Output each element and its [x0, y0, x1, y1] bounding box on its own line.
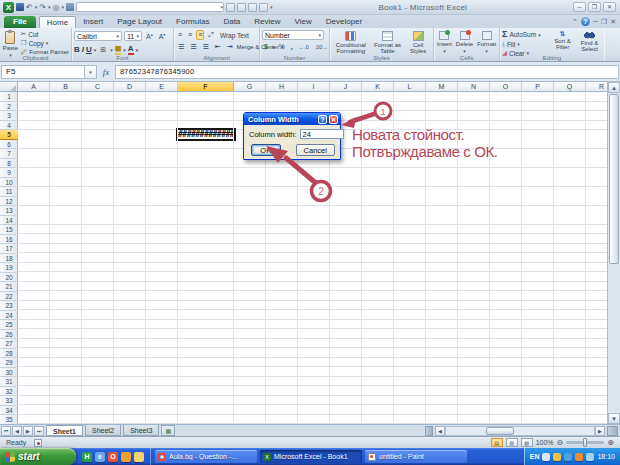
- sheet-tab-sheet3[interactable]: Sheet3: [123, 425, 159, 436]
- row-header-24[interactable]: 24: [0, 311, 18, 321]
- underline-dropdown-icon[interactable]: ▾: [94, 47, 97, 53]
- close-icon[interactable]: ✕: [603, 2, 616, 12]
- zoom-slider[interactable]: [566, 441, 604, 444]
- row-header-11[interactable]: 11: [0, 187, 18, 197]
- taskbar-window-aula-bg-question-[interactable]: Aula.bg - Question -...: [155, 450, 257, 463]
- tab-review[interactable]: Review: [247, 16, 287, 28]
- book-close-icon[interactable]: ✕: [610, 17, 616, 26]
- horizontal-scrollbar[interactable]: ◀ ▶: [423, 425, 620, 437]
- qat-document-icon[interactable]: [66, 3, 74, 11]
- media-icon[interactable]: [121, 452, 131, 462]
- comma-button[interactable]: ,: [289, 42, 295, 52]
- align-bottom-button[interactable]: ≡: [196, 30, 204, 40]
- format-cells-button[interactable]: Format ▾: [477, 30, 496, 54]
- insert-function-icon[interactable]: fx: [97, 67, 115, 77]
- borders-dropdown-icon[interactable]: ▾: [110, 47, 113, 53]
- undo-dropdown-icon[interactable]: ▾: [35, 4, 38, 10]
- column-header-A[interactable]: A: [18, 82, 50, 92]
- minimize-icon[interactable]: ─: [573, 2, 586, 12]
- align-middle-button[interactable]: ≡: [186, 30, 194, 40]
- row-header-4[interactable]: 4: [0, 121, 18, 131]
- book-minimize-icon[interactable]: ─: [593, 17, 598, 26]
- vertical-scroll-thumb[interactable]: [609, 94, 619, 264]
- selected-cell-F5[interactable]: ##############: [176, 128, 236, 141]
- number-format-combo[interactable]: Number▾: [262, 30, 324, 40]
- browser-icon[interactable]: O: [108, 452, 118, 462]
- align-left-button[interactable]: ☰: [176, 42, 186, 52]
- row-header-27[interactable]: 27: [0, 339, 18, 349]
- tab-home[interactable]: Home: [39, 16, 76, 28]
- fill-button[interactable]: ⤓Fill▾: [502, 40, 548, 48]
- insert-cells-button[interactable]: Insert ▾: [437, 30, 452, 54]
- tab-insert[interactable]: Insert: [76, 16, 110, 28]
- accounting-format-button[interactable]: $: [262, 42, 270, 52]
- row-header-15[interactable]: 15: [0, 225, 18, 235]
- last-sheet-icon[interactable]: ⏭: [34, 426, 44, 436]
- decrease-decimal-button[interactable]: .00→: [313, 42, 330, 52]
- row-header-22[interactable]: 22: [0, 292, 18, 302]
- align-right-button[interactable]: ☰: [201, 42, 211, 52]
- column-header-E[interactable]: E: [146, 82, 178, 92]
- italic-button[interactable]: I: [82, 45, 84, 54]
- scroll-down-icon[interactable]: ▼: [608, 413, 620, 424]
- decrease-indent-button[interactable]: ⇤: [213, 42, 223, 52]
- macro-record-icon[interactable]: [34, 439, 42, 447]
- underline-button[interactable]: U: [86, 45, 92, 54]
- column-header-F[interactable]: F: [178, 82, 234, 92]
- scroll-left-icon[interactable]: ◀: [435, 426, 445, 436]
- ok-button[interactable]: OK: [251, 144, 281, 156]
- column-header-G[interactable]: G: [234, 82, 266, 92]
- folder-icon[interactable]: [134, 452, 144, 462]
- start-button[interactable]: start: [0, 448, 76, 465]
- zoom-in-icon[interactable]: ⊕: [607, 439, 614, 447]
- minimize-ribbon-icon[interactable]: ⌃: [572, 17, 578, 26]
- orientation-button[interactable]: ⤢: [206, 30, 216, 40]
- insert-worksheet-icon[interactable]: ▦: [161, 425, 175, 436]
- column-header-Q[interactable]: Q: [554, 82, 586, 92]
- cell-styles-button[interactable]: Cell Styles: [406, 30, 430, 54]
- cut-button[interactable]: ✂Cut: [21, 30, 69, 38]
- row-header-10[interactable]: 10: [0, 178, 18, 188]
- redo-icon[interactable]: ↷: [39, 2, 46, 13]
- tab-file[interactable]: File: [4, 16, 36, 28]
- row-header-35[interactable]: 35: [0, 415, 18, 424]
- language-indicator[interactable]: EN: [530, 453, 540, 460]
- cancel-button[interactable]: Cancel: [296, 144, 335, 156]
- maximize-icon[interactable]: ❐: [588, 2, 601, 12]
- zoom-out-icon[interactable]: ⊖: [557, 439, 564, 447]
- borders-button[interactable]: ⊞: [98, 45, 108, 55]
- row-header-26[interactable]: 26: [0, 330, 18, 340]
- qat-misc-dropdown-icon[interactable]: ▾: [61, 4, 64, 10]
- column-header-C[interactable]: C: [82, 82, 114, 92]
- shrink-font-button[interactable]: A▾: [157, 30, 168, 42]
- copy-button[interactable]: ❐Copy▾: [21, 39, 69, 47]
- scroll-up-icon[interactable]: ▲: [608, 82, 620, 93]
- row-header-25[interactable]: 25: [0, 320, 18, 330]
- row-header-5[interactable]: 5: [0, 130, 18, 140]
- row-header-14[interactable]: 14: [0, 216, 18, 226]
- font-name-combo[interactable]: Calibri▾: [74, 31, 122, 41]
- paste-button[interactable]: Paste ▾: [2, 30, 19, 58]
- tab-formulas[interactable]: Formulas: [169, 16, 216, 28]
- save-icon[interactable]: [16, 3, 24, 11]
- font-color-dropdown-icon[interactable]: ▾: [136, 47, 139, 53]
- next-sheet-icon[interactable]: ▶: [23, 426, 33, 436]
- qat-button-4[interactable]: [259, 3, 268, 12]
- format-painter-button[interactable]: 🖉Format Painter: [21, 48, 69, 55]
- scroll-right-icon[interactable]: ▶: [595, 426, 605, 436]
- dialog-help-icon[interactable]: ?: [318, 115, 327, 124]
- vertical-scrollbar[interactable]: ▲ ▼: [607, 82, 620, 424]
- redo-dropdown-icon[interactable]: ▾: [48, 4, 51, 10]
- align-center-button[interactable]: ☰: [188, 42, 198, 52]
- dialog-title-bar[interactable]: Column Width ? ✕: [244, 113, 340, 125]
- column-header-K[interactable]: K: [362, 82, 394, 92]
- sort-filter-button[interactable]: ⇅ Sort & Filter: [550, 30, 575, 50]
- first-sheet-icon[interactable]: ⏮: [1, 426, 11, 436]
- zoom-level[interactable]: 100%: [536, 439, 554, 446]
- row-header-31[interactable]: 31: [0, 377, 18, 387]
- row-header-23[interactable]: 23: [0, 301, 18, 311]
- network-icon[interactable]: [586, 453, 594, 461]
- window-split-handle[interactable]: [607, 426, 618, 436]
- qat-combobox[interactable]: ▾: [76, 2, 224, 12]
- row-header-21[interactable]: 21: [0, 282, 18, 292]
